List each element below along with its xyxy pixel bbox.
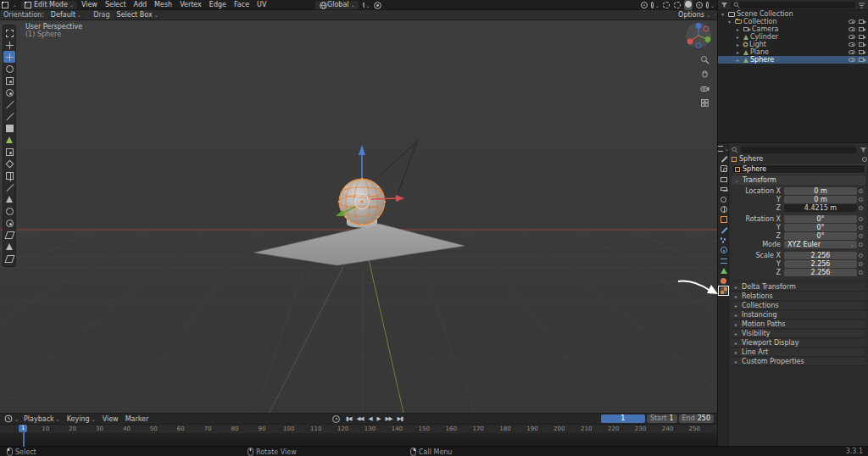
ruler-tick[interactable]: 140 bbox=[392, 425, 403, 432]
menu-marker[interactable]: Marker bbox=[122, 415, 153, 423]
ruler-tick[interactable]: 120 bbox=[337, 425, 348, 432]
rotation-x-field[interactable]: 0° bbox=[784, 215, 857, 223]
menu-select[interactable]: Select bbox=[102, 0, 130, 9]
object-name-field[interactable]: Sphere bbox=[732, 164, 865, 174]
hide-eye-icon[interactable] bbox=[849, 58, 855, 62]
disclosure-icon[interactable] bbox=[737, 48, 743, 56]
hide-eye-icon[interactable] bbox=[849, 27, 855, 31]
disable-render-icon[interactable] bbox=[859, 58, 864, 62]
camera-view-icon[interactable] bbox=[699, 83, 709, 93]
disable-render-icon[interactable] bbox=[859, 19, 864, 24]
ruler-tick[interactable]: 220 bbox=[608, 425, 619, 432]
menu-view[interactable]: View bbox=[78, 0, 101, 9]
proportional-editing-icon[interactable] bbox=[374, 1, 382, 9]
object-tab-icon[interactable] bbox=[718, 214, 729, 225]
navigation-gizmo[interactable] bbox=[685, 22, 712, 49]
animate-mode-dot[interactable] bbox=[857, 242, 864, 247]
viewport[interactable]: User Perspective (1) Sphere bbox=[0, 20, 717, 413]
timeline-ruler[interactable]: 1020304050607080901001101201301401501601… bbox=[0, 424, 717, 433]
disclosure-icon[interactable] bbox=[737, 56, 743, 64]
menu-edge[interactable]: Edge bbox=[206, 0, 230, 9]
ruler-tick[interactable]: 20 bbox=[69, 425, 76, 432]
loop-cut-tool-icon[interactable] bbox=[3, 170, 15, 181]
section-motion-paths[interactable]: Motion Paths bbox=[732, 320, 865, 329]
add-cube-tool-icon[interactable] bbox=[3, 122, 15, 134]
options-dropdown[interactable]: Options bbox=[675, 11, 714, 19]
outliner-row-light[interactable]: Light bbox=[718, 41, 868, 48]
menu-mesh[interactable]: Mesh bbox=[151, 0, 175, 9]
timeline-editor-selector[interactable] bbox=[3, 414, 20, 424]
previous-keyframe-button[interactable] bbox=[355, 415, 365, 422]
measure-tool-icon[interactable] bbox=[3, 110, 15, 122]
disable-render-icon[interactable] bbox=[859, 50, 864, 54]
transform-tool-icon[interactable] bbox=[3, 86, 15, 98]
toggle-xray-icon[interactable] bbox=[662, 1, 670, 9]
animate-scale-z-dot[interactable] bbox=[857, 270, 864, 275]
disable-render-icon[interactable] bbox=[859, 27, 864, 31]
disclosure-icon[interactable] bbox=[728, 18, 735, 25]
orientation-dropdown[interactable]: Default bbox=[47, 11, 85, 19]
select-box-tool-icon[interactable] bbox=[3, 27, 15, 39]
ruler-tick[interactable]: 110 bbox=[310, 425, 321, 432]
render-tab-icon[interactable] bbox=[718, 164, 729, 174]
start-frame-field[interactable]: Start 1 bbox=[647, 414, 677, 423]
hide-eye-icon[interactable] bbox=[849, 50, 855, 54]
section-relations[interactable]: Relations bbox=[732, 292, 865, 301]
ruler-tick[interactable]: 30 bbox=[96, 425, 103, 432]
snap-magnet-icon[interactable] bbox=[362, 1, 370, 9]
rotation-y-field[interactable]: 0° bbox=[784, 224, 857, 231]
mode-selector[interactable]: Edit Mode bbox=[21, 1, 77, 9]
ruler-tick[interactable]: 190 bbox=[526, 425, 537, 432]
ruler-tick[interactable]: 250 bbox=[689, 425, 700, 432]
ruler-tick[interactable]: 40 bbox=[123, 425, 131, 432]
zoom-icon[interactable] bbox=[699, 54, 709, 64]
pan-hand-icon[interactable] bbox=[699, 69, 709, 79]
ruler-tick[interactable]: 80 bbox=[231, 425, 239, 432]
menu-playback[interactable]: Playback bbox=[20, 415, 64, 423]
playhead[interactable]: 1 bbox=[19, 425, 29, 447]
transform-orientation-dropdown[interactable]: Global bbox=[315, 1, 359, 9]
world-tab-icon[interactable] bbox=[718, 204, 729, 214]
hide-eye-icon[interactable] bbox=[849, 19, 855, 24]
texture-tab-icon[interactable] bbox=[718, 286, 729, 296]
play-button[interactable] bbox=[376, 415, 382, 422]
modifiers-tab-icon[interactable] bbox=[718, 225, 729, 235]
section-visibility[interactable]: Visibility bbox=[732, 330, 865, 338]
ruler-tick[interactable]: 230 bbox=[635, 425, 646, 432]
scale-y-field[interactable]: 2.256 bbox=[784, 260, 857, 268]
shading-solid-icon[interactable] bbox=[684, 0, 693, 10]
ruler-tick[interactable]: 160 bbox=[446, 425, 457, 432]
animate-rotation-x-dot[interactable] bbox=[857, 217, 864, 221]
outliner-row-plane[interactable]: Plane bbox=[718, 48, 868, 56]
shrink-flatten-tool-icon[interactable] bbox=[3, 241, 15, 253]
next-keyframe-button[interactable] bbox=[384, 415, 394, 422]
section-instancing[interactable]: Instancing bbox=[732, 311, 865, 320]
menu-face[interactable]: Face bbox=[231, 0, 253, 9]
show-gizmo-icon[interactable] bbox=[640, 1, 648, 9]
disable-render-icon[interactable] bbox=[859, 35, 864, 39]
timeline-track[interactable] bbox=[0, 433, 717, 446]
poly-build-tool-icon[interactable] bbox=[3, 193, 15, 205]
bevel-tool-icon[interactable] bbox=[3, 158, 15, 170]
section-collections[interactable]: Collections bbox=[732, 302, 865, 310]
play-reverse-button[interactable] bbox=[367, 415, 374, 422]
transform-panel-header[interactable]: Transform bbox=[732, 175, 865, 185]
animate-scale-x-dot[interactable] bbox=[857, 253, 864, 258]
scene-tab-icon[interactable] bbox=[718, 194, 729, 204]
rotation-mode-dropdown[interactable]: XYZ Euler bbox=[784, 241, 857, 248]
properties-editor-selector[interactable] bbox=[718, 143, 729, 153]
outliner-search-input[interactable] bbox=[731, 2, 855, 8]
animate-location-x-dot[interactable] bbox=[857, 189, 864, 193]
ruler-tick[interactable]: 130 bbox=[364, 425, 376, 432]
ruler-tick[interactable]: 210 bbox=[581, 425, 592, 432]
location-x-field[interactable]: 0 m bbox=[784, 187, 857, 195]
properties-search-input[interactable] bbox=[741, 147, 857, 153]
knife-tool-icon[interactable] bbox=[3, 181, 15, 193]
outliner-row-scene-collection[interactable]: Scene Collection bbox=[718, 10, 868, 18]
ruler-tick[interactable]: 100 bbox=[283, 425, 294, 432]
disclosure-icon[interactable] bbox=[737, 41, 743, 48]
jump-to-end-button[interactable] bbox=[396, 415, 405, 422]
inset-faces-tool-icon[interactable] bbox=[3, 146, 15, 158]
section-delta-transform[interactable]: Delta Transform bbox=[732, 283, 865, 292]
physics-tab-icon[interactable] bbox=[718, 245, 729, 255]
